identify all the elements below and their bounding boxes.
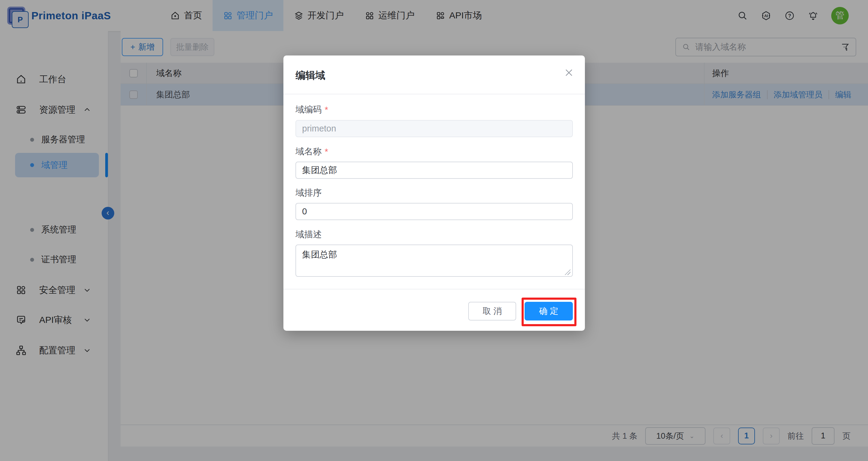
- dialog-footer-divider: [283, 289, 585, 289]
- cancel-label: 取 消: [483, 305, 502, 317]
- confirm-label: 确 定: [539, 305, 558, 317]
- dialog-header-divider: [283, 94, 585, 94]
- field-label-domain-description: 域描述: [296, 228, 322, 241]
- label-text: 域排序: [296, 187, 322, 199]
- label-text: 域名称: [296, 146, 322, 158]
- domain-sort-input[interactable]: [296, 203, 573, 220]
- field-label-domain-code: 域编码 *: [296, 104, 328, 116]
- dialog-title: 编辑域: [296, 69, 325, 82]
- required-mark: *: [325, 105, 328, 115]
- field-label-domain-name: 域名称 *: [296, 146, 328, 158]
- edit-domain-dialog: 编辑域 域编码 * 域名称 * 域排序 域描述 集团总部 取 消 确 定: [283, 56, 585, 331]
- required-mark: *: [325, 147, 328, 157]
- cancel-button[interactable]: 取 消: [468, 302, 516, 320]
- close-icon[interactable]: [564, 67, 574, 78]
- app-window: P Primeton iPaaS 首页 管理门户 开发门户 运维门户: [0, 0, 868, 461]
- label-text: 域描述: [296, 228, 322, 241]
- confirm-button[interactable]: 确 定: [525, 302, 573, 320]
- domain-code-input[interactable]: [296, 120, 573, 137]
- domain-name-input[interactable]: [296, 162, 573, 179]
- label-text: 域编码: [296, 104, 322, 116]
- field-label-domain-sort: 域排序: [296, 187, 322, 199]
- domain-description-textarea[interactable]: 集团总部: [296, 245, 573, 277]
